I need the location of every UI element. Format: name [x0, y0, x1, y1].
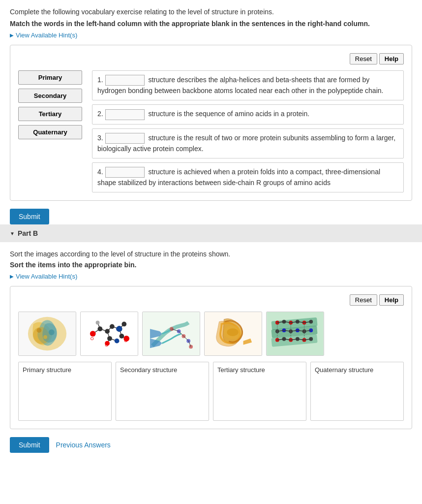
svg-point-19	[105, 329, 110, 334]
part-b-intro: Sort the images according to the level o…	[10, 250, 412, 258]
part-a-reset-button[interactable]: Reset	[350, 53, 377, 64]
part-b-title: Part B	[18, 229, 38, 237]
part-b-help-button[interactable]: Help	[379, 294, 404, 306]
bin-secondary[interactable]: Secondary structure	[116, 362, 209, 421]
sentence-1: 1. structure describes the alpha-helices…	[92, 70, 404, 100]
part-b-reset-button[interactable]: Reset	[350, 294, 377, 306]
svg-point-27	[96, 321, 100, 325]
part-b-exercise-box: Reset Help	[10, 286, 412, 429]
svg-point-23	[121, 322, 126, 327]
part-b-hint-link[interactable]: View Available Hint(s)	[10, 273, 412, 280]
svg-point-39	[189, 345, 193, 349]
sentence-4-number: 4.	[97, 168, 103, 176]
protein-image-4[interactable]	[204, 312, 262, 356]
svg-point-24	[107, 336, 112, 341]
sentence-3-number: 3.	[97, 134, 103, 142]
part-a-help-button[interactable]: Help	[379, 53, 404, 64]
svg-rect-5	[81, 312, 137, 355]
bin-primary-label: Primary structure	[23, 366, 107, 374]
word-tertiary[interactable]: Tertiary	[18, 107, 82, 121]
sentence-4: 4. structure is achieved when a protein …	[92, 162, 404, 192]
svg-text:O: O	[105, 343, 108, 348]
svg-text:O: O	[124, 338, 127, 343]
svg-point-28	[120, 334, 124, 339]
sentences-column: 1. structure describes the alpha-helices…	[92, 70, 404, 192]
protein-image-1[interactable]	[18, 312, 76, 356]
bin-quaternary-label: Quaternary structure	[315, 366, 399, 374]
part-b-submit-button[interactable]: Submit	[10, 437, 49, 453]
svg-text:N: N	[116, 326, 119, 331]
word-quaternary[interactable]: Quaternary	[18, 125, 82, 139]
part-b-header: Part B	[0, 224, 422, 242]
sentence-3: 3. structure is the result of two or mor…	[92, 128, 404, 158]
previous-answers-link[interactable]: Previous Answers	[56, 441, 111, 449]
sentence-2-number: 2.	[97, 110, 103, 118]
svg-point-46	[227, 328, 238, 336]
bin-secondary-label: Secondary structure	[120, 366, 205, 374]
bin-primary[interactable]: Primary structure	[18, 362, 112, 421]
part-a-exercise-box: Reset Help Primary Secondary Tertiary Qu…	[10, 45, 412, 201]
part-a-intro: Complete the following vocabulary exerci…	[10, 8, 412, 16]
bin-quaternary[interactable]: Quaternary structure	[310, 362, 404, 421]
protein-image-3[interactable]	[142, 312, 200, 356]
protein-image-5[interactable]	[266, 312, 324, 356]
sentence-1-number: 1.	[97, 76, 103, 84]
bottom-buttons: Submit Previous Answers	[10, 437, 412, 453]
part-a-submit-button[interactable]: Submit	[10, 209, 49, 224]
part-b-bold: Sort the items into the appropriate bin.	[10, 261, 412, 269]
sentence-2: 2. structure is the sequence of amino ac…	[92, 104, 404, 124]
protein-image-2[interactable]: O N O O	[80, 312, 138, 356]
part-a-hint-link[interactable]: View Available Hint(s)	[10, 32, 412, 39]
protein-images-row: O N O O	[18, 312, 404, 356]
blank-3[interactable]	[105, 133, 145, 144]
matching-area: Primary Secondary Tertiary Quaternary 1.…	[18, 70, 404, 192]
word-primary[interactable]: Primary	[18, 70, 82, 85]
bin-tertiary-label: Tertiary structure	[217, 366, 302, 374]
svg-text:O: O	[90, 336, 94, 341]
bins-row: Primary structure Secondary structure Te…	[18, 362, 404, 421]
blank-2[interactable]	[105, 109, 145, 120]
svg-point-20	[110, 324, 115, 329]
bin-tertiary[interactable]: Tertiary structure	[213, 362, 306, 421]
svg-point-4	[43, 335, 47, 339]
part-a-top-buttons: Reset Help	[18, 53, 404, 64]
part-b-top-buttons: Reset Help	[18, 294, 404, 306]
word-secondary[interactable]: Secondary	[18, 89, 82, 103]
svg-point-26	[115, 339, 120, 344]
sentence-2-text: structure is the sequence of amino acids…	[148, 110, 309, 118]
svg-point-2	[36, 328, 41, 333]
svg-point-18	[98, 327, 103, 332]
part-a-bold-instruction: Match the words in the left-hand column …	[10, 20, 412, 28]
blank-4[interactable]	[105, 167, 145, 178]
svg-point-3	[49, 329, 55, 335]
word-column: Primary Secondary Tertiary Quaternary	[18, 70, 82, 192]
blank-1[interactable]	[105, 75, 145, 86]
